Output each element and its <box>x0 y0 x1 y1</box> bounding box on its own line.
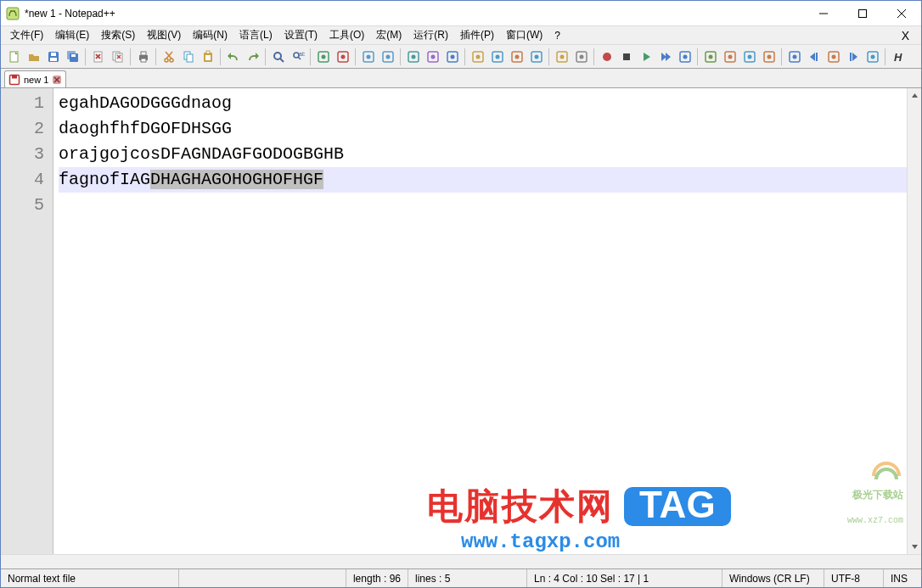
svg-rect-32 <box>206 51 210 53</box>
toolbar-separator <box>155 48 156 65</box>
code-line-current[interactable]: fagnofIAGDHAGHAGOHOGHOFHGF <box>59 167 907 193</box>
svg-marker-69 <box>644 53 650 61</box>
menu-help[interactable]: ? <box>548 28 566 43</box>
code-text[interactable]: egahDAGODGGGdnaog daoghfhfDGOFDHSGG oraj… <box>53 88 907 554</box>
zoom-in-icon[interactable] <box>313 47 333 66</box>
line-number: 5 <box>1 193 44 218</box>
all-chars-icon[interactable] <box>423 47 442 66</box>
line-number: 3 <box>1 142 44 167</box>
svg-point-42 <box>321 54 325 59</box>
to-start-icon[interactable] <box>804 47 824 66</box>
save-macro-icon[interactable] <box>675 47 694 66</box>
doc-list-icon[interactable] <box>507 47 526 66</box>
code-line[interactable]: egahDAGODGGGdnaog <box>59 91 907 116</box>
paste-icon[interactable] <box>198 47 217 66</box>
save-all-icon[interactable] <box>63 47 82 66</box>
sync-h-icon[interactable] <box>378 47 397 66</box>
menu-search[interactable]: 搜索(S) <box>95 26 141 44</box>
bold-icon[interactable]: H <box>888 47 908 66</box>
menu-encoding[interactable]: 编码(N) <box>187 26 233 44</box>
menu-run[interactable]: 运行(R) <box>408 26 454 44</box>
menu-view[interactable]: 视图(V) <box>141 26 187 44</box>
wordwrap-icon[interactable] <box>403 47 423 66</box>
spell-icon[interactable] <box>700 47 720 66</box>
svg-line-27 <box>166 52 172 59</box>
find-icon[interactable] <box>268 47 288 66</box>
copy-icon[interactable] <box>178 47 198 66</box>
dspell1-icon[interactable] <box>720 47 739 66</box>
tab-new-1[interactable]: new 1 <box>4 70 66 88</box>
svg-point-75 <box>708 54 712 59</box>
menu-macro[interactable]: 宏(M) <box>370 26 408 44</box>
monitoring-icon[interactable] <box>571 47 591 66</box>
stop-icon[interactable] <box>616 47 636 66</box>
toolbar-separator <box>130 48 131 65</box>
undo-icon[interactable] <box>223 47 243 66</box>
code-line[interactable] <box>59 193 907 218</box>
cut-icon[interactable] <box>159 47 178 66</box>
indent-guide-icon[interactable] <box>442 47 462 66</box>
svg-point-60 <box>514 54 519 59</box>
watermark2-url: www.xz7.com <box>847 508 903 534</box>
lang-udl-icon[interactable] <box>468 47 487 66</box>
status-eol: Windows (CR LF) <box>722 569 824 587</box>
dspell2-icon[interactable] <box>739 47 759 66</box>
tab-label: new 1 <box>24 75 48 85</box>
horizontal-scrollbar[interactable] <box>1 554 921 568</box>
status-filetype: Normal text file <box>1 569 179 587</box>
maximize-button[interactable] <box>843 1 882 25</box>
menu-language[interactable]: 语言(L) <box>233 26 278 44</box>
svg-point-91 <box>870 54 874 59</box>
svg-point-26 <box>170 59 173 62</box>
svg-point-64 <box>559 54 564 59</box>
menu-file[interactable]: 文件(F) <box>4 26 49 44</box>
toolbar: abH <box>1 45 921 69</box>
svg-point-77 <box>728 54 732 59</box>
save-icon[interactable] <box>43 47 63 66</box>
menu-plugins[interactable]: 插件(P) <box>454 26 500 44</box>
playm-icon[interactable] <box>655 47 675 66</box>
func-list-icon[interactable] <box>526 47 546 66</box>
clear-icon[interactable] <box>863 47 882 66</box>
close-window-button[interactable] <box>882 1 921 25</box>
open-file-icon[interactable] <box>24 47 43 66</box>
to-end-icon[interactable] <box>843 47 863 66</box>
compare-icon[interactable] <box>784 47 804 66</box>
menu-tools[interactable]: 工具(O) <box>323 26 370 44</box>
status-mode: INS <box>884 569 921 587</box>
tab-unsaved-icon <box>8 74 20 86</box>
sync-v-icon[interactable] <box>358 47 378 66</box>
window-title: *new 1 - Notepad++ <box>25 8 115 20</box>
close-icon[interactable] <box>88 47 108 66</box>
minimize-button[interactable] <box>804 1 843 25</box>
editor[interactable]: 1 2 3 4 5 egahDAGODGGGdnaog daoghfhfDGOF… <box>1 88 907 554</box>
svg-marker-35 <box>256 53 259 59</box>
scroll-down-icon[interactable] <box>908 540 921 554</box>
svg-point-48 <box>385 54 390 59</box>
new-file-icon[interactable] <box>4 47 24 66</box>
scroll-up-icon[interactable] <box>908 88 921 103</box>
folder-icon[interactable] <box>552 47 571 66</box>
svg-rect-30 <box>187 54 193 62</box>
menu-settings[interactable]: 设置(T) <box>278 26 323 44</box>
record-icon[interactable] <box>597 47 616 66</box>
vertical-scrollbar[interactable] <box>907 88 921 554</box>
close-all-icon[interactable] <box>108 47 127 66</box>
svg-point-79 <box>747 54 751 59</box>
code-line[interactable]: orajgojcosDFAGNDAGFGODOGBGHB <box>59 142 907 167</box>
menu-edit[interactable]: 编辑(E) <box>49 26 95 44</box>
redo-icon[interactable] <box>243 47 262 66</box>
menu-window[interactable]: 窗口(W) <box>500 26 548 44</box>
zoom-out-icon[interactable] <box>333 47 352 66</box>
print-icon[interactable] <box>133 47 153 66</box>
replace-icon[interactable]: ab <box>288 47 307 66</box>
menu-close-doc[interactable]: X <box>893 29 918 42</box>
play-icon[interactable] <box>636 47 655 66</box>
svg-point-36 <box>274 53 281 59</box>
dspell3-icon[interactable] <box>759 47 779 66</box>
nav-icon[interactable] <box>824 47 843 66</box>
svg-point-2 <box>14 10 15 12</box>
code-line[interactable]: daoghfhfDGOFDHSGG <box>59 116 907 142</box>
tab-close-button[interactable] <box>52 75 62 85</box>
doc-map-icon[interactable] <box>487 47 507 66</box>
